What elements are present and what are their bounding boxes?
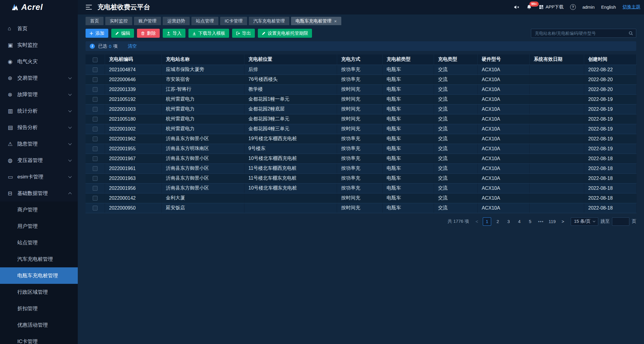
page-button[interactable]: 4	[515, 217, 523, 226]
page-ellipsis[interactable]: •••	[537, 217, 545, 226]
user-menu[interactable]: admin	[582, 4, 595, 10]
cell-charge-method: 按时间充	[337, 124, 382, 134]
table-row[interactable]: 2022001963沂南县东方御景小区11号楼北车棚东充电桩按功率充电瓶车交流A…	[86, 173, 636, 183]
cell-station: 市安装宿舍	[162, 75, 244, 84]
sidebar-item-home[interactable]: ⌂首页	[0, 20, 78, 37]
tab-item[interactable]: 汽车充电桩管理	[249, 17, 289, 25]
clear-selection-link[interactable]: 清空	[128, 43, 137, 49]
row-checkbox[interactable]	[93, 156, 98, 161]
tab-item[interactable]: 站点管理	[191, 17, 218, 25]
table-row[interactable]: 2022001962沂南县东方御景小区19号楼北车棚西充电桩按功率充电瓶车交流A…	[86, 134, 636, 144]
cell-created-time: 2022-08-19	[584, 124, 636, 134]
table-row[interactable]: 2022000646市安装宿舍76号楼西楼头按功率充电瓶车交流ACX10A202…	[86, 75, 636, 84]
row-checkbox[interactable]	[93, 87, 98, 92]
delete-button[interactable]: 删除	[137, 29, 160, 38]
tab-item[interactable]: 账户管理	[134, 17, 161, 25]
sidebar-item-transaction[interactable]: ⊛交易管理	[0, 70, 78, 86]
sidebar-item-realtime-monitor[interactable]: ▣实时监控	[0, 37, 78, 53]
page-button[interactable]: 1	[483, 217, 491, 226]
select-all-checkbox[interactable]	[93, 57, 98, 62]
table-row[interactable]: 2021005180杭州雷霆电力金都花园3幢二单元按时间充电瓶车交流ACX10A…	[86, 114, 636, 124]
page-button[interactable]: 2	[494, 217, 502, 226]
page-button[interactable]: 119	[547, 217, 557, 226]
page-button[interactable]: 3	[504, 217, 513, 226]
table-row[interactable]: 2022001961沂南县东方御景小区11号楼北车棚西充电桩按功率充电瓶车交流A…	[86, 163, 636, 173]
sidebar-item-esim-card[interactable]: ▭esim卡管理	[0, 169, 78, 185]
cell-charge-type: 交流	[434, 94, 477, 104]
search-icon[interactable]	[628, 31, 633, 37]
row-checkbox[interactable]	[93, 186, 98, 191]
page-button[interactable]: 5	[526, 217, 534, 226]
cell-charge-type: 交流	[434, 193, 477, 203]
sidebar-subitem[interactable]: 优惠活动管理	[0, 317, 78, 333]
tab-item[interactable]: 首页	[86, 17, 103, 25]
row-checkbox[interactable]	[93, 97, 98, 102]
sidebar-subitem[interactable]: 电瓶车充电桩管理	[0, 267, 78, 284]
sidebar-item-fault[interactable]: ⊗故障管理	[0, 86, 78, 103]
row-checkbox[interactable]	[93, 77, 98, 82]
add-button[interactable]: 添加	[86, 29, 108, 38]
tab-item[interactable]: IC卡管理	[220, 17, 247, 25]
row-checkbox[interactable]	[93, 196, 98, 201]
sidebar-subitem[interactable]: IC卡管理	[0, 333, 78, 344]
sidebar-item-label: 隐患管理	[17, 140, 69, 147]
table-row[interactable]: 2022001956沂南县东方御景小区10号楼北车棚东充电桩按功率充电瓶车交流A…	[86, 183, 636, 193]
sidebar-subitem[interactable]: 用户管理	[0, 218, 78, 234]
table-row[interactable]: 2021004874应城市保险大厦旁后排按功率充电瓶车交流ACX10A2022-…	[86, 65, 636, 75]
row-checkbox[interactable]	[93, 137, 98, 141]
row-checkbox[interactable]	[93, 146, 98, 151]
tab-item[interactable]: 运营趋势	[163, 17, 190, 25]
cell-station: 沂南县东方明珠南区	[162, 144, 244, 154]
cell-created-time: 2022-08-18	[584, 163, 636, 173]
sidebar-subitem[interactable]: 商户管理	[0, 201, 78, 218]
table-row[interactable]: 2022000950延安饭店按时间充电瓶车交流ACX10A2022-08-18	[86, 203, 636, 213]
app-download-button[interactable]: APP下载	[539, 4, 564, 10]
sidebar-subitem[interactable]: 汽车充电桩管理	[0, 251, 78, 267]
table-row[interactable]: 2022000142金利大厦按时间充电瓶车交流ACX10A2022-08-18	[86, 193, 636, 203]
table-row[interactable]: 2022001002杭州雷霆电力金都花园4幢三单元按时间充电瓶车交流ACX10A…	[86, 124, 636, 134]
row-checkbox[interactable]	[93, 117, 98, 122]
jump-page-input[interactable]	[612, 217, 629, 226]
sidebar-item-report[interactable]: ▤报告分析	[0, 119, 78, 136]
next-page-button[interactable]: >	[559, 217, 567, 226]
table-row[interactable]: 2022001003杭州雷霆电力金都花园2幢底层按时间充电瓶车交流ACX10A2…	[86, 104, 636, 114]
tab-active[interactable]: 电瓶车充电桩管理×	[291, 17, 341, 25]
language-switch[interactable]: English	[601, 4, 616, 10]
search-input[interactable]	[531, 29, 636, 38]
table-row[interactable]: 2021005192杭州雷霆电力金都花园1幢一单元按时间充电瓶车交流ACX10A…	[86, 94, 636, 104]
table-row[interactable]: 2022001955沂南县东方明珠南区9号楼东按功率充电瓶车交流ACX10A20…	[86, 144, 636, 154]
export-button[interactable]: 导出	[232, 29, 255, 38]
sidebar-item-hazard[interactable]: ⚠隐患管理	[0, 136, 78, 152]
sidebar-subitem[interactable]: 站点管理	[0, 234, 78, 251]
collapse-sidebar-icon[interactable]	[86, 4, 92, 10]
mute-icon[interactable]	[514, 4, 520, 10]
help-icon[interactable]: ?	[570, 4, 576, 10]
row-checkbox[interactable]	[93, 67, 98, 72]
sidebar-item-statistics[interactable]: ▥统计分析	[0, 103, 78, 119]
set-hosting-period-button[interactable]: 设置充电桩托管期限	[258, 29, 312, 38]
close-tab-icon[interactable]: ×	[334, 19, 337, 24]
tab-item[interactable]: 实时监控	[105, 17, 132, 25]
row-checkbox[interactable]	[93, 107, 98, 112]
sidebar-subitem[interactable]: 折扣管理	[0, 300, 78, 317]
table-row[interactable]: 2022001339江苏-智将行教学楼按时间充电瓶车交流ACX10A2022-0…	[86, 84, 636, 94]
cell-code: 2022001955	[105, 144, 162, 154]
row-checkbox[interactable]	[93, 206, 98, 210]
sidebar-item-transformer[interactable]: ◍变压器管理	[0, 152, 78, 169]
import-button[interactable]: 导入	[163, 29, 185, 38]
notifications-button[interactable]: 99+	[526, 4, 532, 10]
sidebar-item-base-data[interactable]: ⊟基础数据管理	[0, 185, 78, 201]
pagination-pages: 12345•••119	[483, 217, 557, 226]
table-row[interactable]: 2022001967沂南县东方御景小区10号楼北车棚西充电桩按功率充电瓶车交流A…	[86, 154, 636, 163]
theme-switch-link[interactable]: 切换主题	[622, 4, 640, 10]
row-checkbox[interactable]	[93, 176, 98, 181]
prev-page-button[interactable]: <	[473, 217, 480, 226]
cell-charge-type: 交流	[434, 114, 477, 124]
page-size-select[interactable]: 15 条/页	[571, 217, 598, 226]
download-template-button[interactable]: 下载导入模板	[188, 29, 229, 38]
edit-button[interactable]: 编辑	[111, 29, 134, 38]
sidebar-subitem[interactable]: 行政区域管理	[0, 284, 78, 300]
sidebar-item-electric-fire[interactable]: ◉电气火灾	[0, 53, 78, 70]
row-checkbox[interactable]	[93, 166, 98, 171]
row-checkbox[interactable]	[93, 127, 98, 131]
